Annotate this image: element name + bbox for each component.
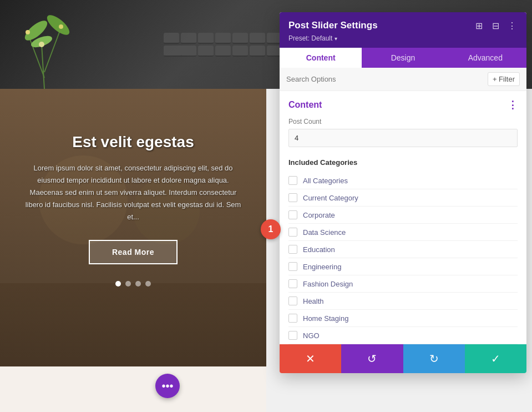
category-checkbox-corporate[interactable] xyxy=(288,210,297,219)
category-name-education: Education xyxy=(303,245,335,254)
category-name-corporate: Corporate xyxy=(303,211,335,219)
category-item-health[interactable]: Health xyxy=(288,293,518,310)
category-item-current[interactable]: Current Category xyxy=(288,189,518,207)
slide-body-text: Lorem ipsum dolor sit amet, consectetur … xyxy=(22,162,244,223)
category-checkbox-data-science[interactable] xyxy=(288,228,297,237)
category-item-all[interactable]: All Categories xyxy=(288,172,518,189)
category-checkbox-home-staging[interactable] xyxy=(288,314,297,323)
category-checkbox-education[interactable] xyxy=(288,245,297,254)
category-checkbox-engineering[interactable] xyxy=(288,262,297,271)
panel-icon-group: ⊞ ⊟ ⋮ xyxy=(473,20,518,31)
key xyxy=(215,46,231,57)
category-item-engineering[interactable]: Engineering xyxy=(288,258,518,275)
svg-point-8 xyxy=(59,24,63,29)
category-name-all: All Categories xyxy=(303,177,348,185)
plant-decoration xyxy=(11,0,78,91)
redo-button[interactable]: ↻ xyxy=(403,344,465,373)
key xyxy=(250,33,265,44)
slide-dots xyxy=(22,281,244,287)
tab-advanced[interactable]: Advanced xyxy=(444,48,526,68)
category-name-current: Current Category xyxy=(303,194,358,202)
section-options-icon[interactable]: ⋮ xyxy=(508,99,518,111)
slide-dot-3[interactable] xyxy=(135,281,141,287)
cancel-icon: ✕ xyxy=(306,352,315,365)
content-section-title: Content xyxy=(288,100,322,110)
svg-point-7 xyxy=(26,30,30,34)
slide-dot-1[interactable] xyxy=(115,281,121,287)
category-checkbox-health[interactable] xyxy=(288,297,297,305)
svg-line-2 xyxy=(44,28,61,72)
filter-button[interactable]: + Filter xyxy=(488,72,520,86)
panel-title-row: Post Slider Settings ⊞ ⊟ ⋮ xyxy=(288,20,518,31)
category-name-engineering: Engineering xyxy=(303,263,341,271)
post-count-input[interactable] xyxy=(288,129,518,147)
tab-content[interactable]: Content xyxy=(280,48,362,68)
panel-tabs: Content Design Advanced xyxy=(280,48,526,68)
slide-title: Est velit egestas xyxy=(22,133,244,151)
preset-label: Preset: Default xyxy=(288,34,332,42)
category-checkbox-all[interactable] xyxy=(288,176,297,185)
category-name-health: Health xyxy=(303,297,324,305)
slide-number-badge: 1 xyxy=(261,219,281,239)
slide-dot-2[interactable] xyxy=(125,281,131,287)
panel-title: Post Slider Settings xyxy=(288,20,378,31)
slide-container: Est velit egestas Lorem ipsum dolor sit … xyxy=(0,89,266,366)
category-item-education[interactable]: Education xyxy=(288,241,518,258)
post-count-label: Post Count xyxy=(288,118,518,125)
redo-icon: ↻ xyxy=(429,352,439,365)
slide-dot-4[interactable] xyxy=(145,281,151,287)
key xyxy=(232,33,248,44)
preset-arrow-icon: ▾ xyxy=(335,36,337,42)
more-options-button[interactable]: ••• xyxy=(155,374,180,398)
category-name-ngo: NGO xyxy=(303,331,320,340)
undo-button[interactable]: ↺ xyxy=(341,344,403,373)
category-name-home-staging: Home Staging xyxy=(303,314,348,323)
category-name-data-science: Data Science xyxy=(303,228,346,237)
panel-header: Post Slider Settings ⊞ ⊟ ⋮ Preset: Defau… xyxy=(280,12,526,48)
cancel-button[interactable]: ✕ xyxy=(280,344,341,373)
category-checkbox-fashion-design[interactable] xyxy=(288,279,297,288)
tab-design[interactable]: Design xyxy=(362,48,444,68)
post-count-field: Post Count xyxy=(280,115,526,154)
key xyxy=(181,46,196,57)
category-list: All Categories Current Category Corporat… xyxy=(280,172,526,344)
category-item-fashion-design[interactable]: Fashion Design xyxy=(288,275,518,293)
included-categories-label: Included Categories xyxy=(280,154,526,172)
category-item-home-staging[interactable]: Home Staging xyxy=(288,310,518,327)
key xyxy=(232,46,248,57)
key xyxy=(181,33,196,44)
category-checkbox-current[interactable] xyxy=(288,193,297,202)
search-bar: + Filter xyxy=(280,68,526,91)
settings-panel: Post Slider Settings ⊞ ⊟ ⋮ Preset: Defau… xyxy=(280,12,526,373)
category-name-fashion-design: Fashion Design xyxy=(303,280,353,288)
svg-point-6 xyxy=(39,42,44,47)
category-item-data-science[interactable]: Data Science xyxy=(288,224,518,241)
undo-icon: ↺ xyxy=(367,352,377,365)
key xyxy=(164,33,179,44)
svg-line-0 xyxy=(42,44,44,89)
category-item-ngo[interactable]: NGO xyxy=(288,327,518,344)
slide-content-area: Est velit egestas Lorem ipsum dolor sit … xyxy=(0,89,266,309)
key xyxy=(198,33,214,44)
panel-body: Content ⋮ Post Count Included Categories… xyxy=(280,91,526,344)
confirm-icon: ✓ xyxy=(491,352,500,365)
panel-footer: ✕ ↺ ↻ ✓ xyxy=(280,344,526,373)
window-collapse-icon[interactable]: ⊟ xyxy=(490,20,501,31)
key xyxy=(250,46,265,57)
category-item-corporate[interactable]: Corporate xyxy=(288,207,518,224)
read-more-button[interactable]: Read More xyxy=(89,240,178,264)
key xyxy=(198,46,214,57)
window-expand-icon[interactable]: ⊞ xyxy=(473,20,484,31)
more-menu-icon[interactable]: ⋮ xyxy=(506,20,518,31)
search-input[interactable] xyxy=(286,75,483,83)
confirm-button[interactable]: ✓ xyxy=(465,344,526,373)
preset-selector[interactable]: Preset: Default ▾ xyxy=(288,34,518,42)
category-checkbox-ngo[interactable] xyxy=(288,331,297,340)
key xyxy=(215,33,231,44)
content-section-header: Content ⋮ xyxy=(280,91,526,115)
